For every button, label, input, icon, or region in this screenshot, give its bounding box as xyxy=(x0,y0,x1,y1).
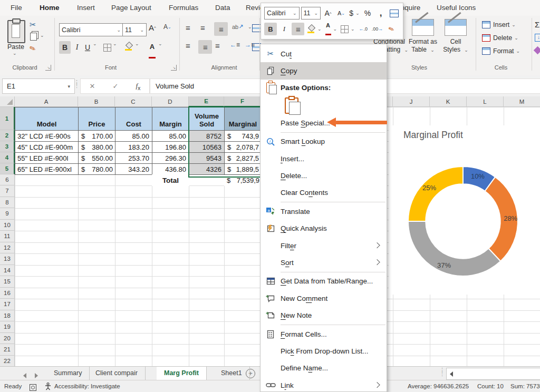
copy-dropdown-chevron[interactable]: ⌄ xyxy=(40,33,44,38)
column-header-M[interactable]: M xyxy=(504,96,540,107)
cell-margin[interactable]: 196.80 xyxy=(152,141,189,153)
column-header-F[interactable]: F xyxy=(224,96,261,107)
row-header-12[interactable]: 12 xyxy=(0,242,15,254)
sheet-nav-right-icon[interactable] xyxy=(35,371,38,380)
cell-cost[interactable]: 343.20 xyxy=(115,163,152,175)
menu-item-cut[interactable]: ✂Cut xyxy=(261,45,387,62)
accessibility-icon[interactable] xyxy=(44,383,52,392)
sheet-tab-client-compair[interactable]: Client compair xyxy=(88,367,146,380)
paste-button[interactable] xyxy=(7,20,25,43)
cell-price[interactable]: $170.00 xyxy=(78,130,115,142)
column-header-C[interactable]: C xyxy=(115,96,152,107)
align-left-button[interactable]: ≡ xyxy=(186,41,190,50)
cell-marginal[interactable]: $2,078,7 xyxy=(224,141,262,153)
table-header-cell[interactable]: Marginal xyxy=(224,107,262,131)
sheet-tab-summary[interactable]: Summary xyxy=(46,367,90,380)
menu-item-sort[interactable]: Sort xyxy=(261,254,387,271)
doughnut-slice-25%[interactable] xyxy=(408,166,463,221)
menu-item-clear-contents[interactable]: Clear Contents xyxy=(261,184,387,201)
menu-item-translate[interactable]: aTranslate xyxy=(261,203,387,220)
mini-font-size-combo[interactable]: 11⌄ xyxy=(301,7,321,19)
menu-item-filter[interactable]: Filter xyxy=(261,237,387,254)
cell-margin[interactable]: 436.80 xyxy=(152,163,189,175)
sheet-tab-marg-profit[interactable]: Marg Profit xyxy=(157,367,207,381)
column-header-L[interactable]: L xyxy=(467,96,504,107)
font-size-combo[interactable]: 11⌄ xyxy=(122,23,147,36)
tab-home[interactable]: Home xyxy=(37,0,62,17)
align-bottom-button[interactable]: ≡ xyxy=(214,22,228,36)
doughnut-slice-37%[interactable] xyxy=(408,221,500,276)
mini-decrease-font-button[interactable]: A⌄ xyxy=(335,7,347,19)
tab-page-layout[interactable]: Page Layout xyxy=(109,0,153,16)
align-right-button[interactable]: ≡ xyxy=(215,41,219,50)
fill-color-dropdown-chevron[interactable]: ⌄ xyxy=(135,41,139,46)
mini-fill-color-button[interactable]: ⌄ xyxy=(306,23,323,35)
mini-increase-font-button[interactable]: A^ xyxy=(322,7,334,19)
column-header-J[interactable]: J xyxy=(393,96,430,107)
name-box[interactable]: E1 ▾ xyxy=(2,79,75,94)
mini-font-name-combo[interactable]: Calibri⌄ xyxy=(264,7,300,19)
table-header-cell[interactable]: VolumeSold xyxy=(189,107,225,131)
mini-merge-center-icon[interactable] xyxy=(388,7,400,19)
cell-price[interactable]: $780.00 xyxy=(78,163,115,175)
cell-cost[interactable]: 253.70 xyxy=(115,152,152,164)
menu-item-delete[interactable]: Delete... xyxy=(261,167,387,184)
menu-item-quick-analysis[interactable]: Quick Analysis xyxy=(261,220,387,237)
format-as-table-button[interactable]: Format asTable ⌄ xyxy=(402,19,444,54)
scrollbar-divider[interactable]: ⋮⋮ xyxy=(439,368,445,376)
sheet-nav-left-icon[interactable] xyxy=(23,371,26,380)
table-header-cell[interactable]: Margin xyxy=(152,107,189,131)
menu-item-pick-from-drop-down-list[interactable]: Pick From Drop-down List... xyxy=(261,342,387,359)
menu-item-paste[interactable] xyxy=(261,96,387,114)
scroll-left-icon[interactable] xyxy=(450,369,453,379)
row-header-17[interactable]: 17 xyxy=(0,299,15,310)
row-header-13[interactable]: 13 xyxy=(0,253,15,265)
row-header-10[interactable]: 10 xyxy=(0,220,15,231)
delete-cells-button[interactable]: Delete⌄ xyxy=(482,34,518,42)
underline-dropdown-chevron[interactable]: ⌄ xyxy=(93,41,97,46)
mini-align-button[interactable]: ≡ xyxy=(292,23,304,35)
row-header-5[interactable]: 5 xyxy=(0,163,15,174)
font-color-dropdown-chevron[interactable]: ⌄ xyxy=(158,41,162,46)
clipboard-dialog-launcher[interactable] xyxy=(45,65,51,71)
orientation-button[interactable]: ab↗ xyxy=(232,23,243,30)
chart-panel[interactable]: Marginal Profit 10%28%37%25% xyxy=(389,125,540,295)
mini-comma-button[interactable]: , xyxy=(375,7,387,19)
tab-file[interactable]: File xyxy=(8,0,24,16)
row-header-7[interactable]: 7 xyxy=(0,185,15,197)
menu-item-copy[interactable]: Copy xyxy=(261,62,387,79)
column-header-K[interactable]: K xyxy=(430,96,467,107)
name-box-chevron[interactable]: ▾ xyxy=(68,84,70,89)
select-all-button[interactable] xyxy=(0,96,15,107)
menu-item-link[interactable]: Link xyxy=(261,377,387,392)
row-header-21[interactable]: 21 xyxy=(0,344,15,356)
row-header-3[interactable]: 3 xyxy=(0,141,15,152)
italic-button[interactable]: I xyxy=(73,41,81,54)
increase-font-button[interactable]: A^ xyxy=(149,23,156,32)
cell-margin[interactable]: 296.30 xyxy=(152,152,189,164)
cell-cost[interactable]: 183.20 xyxy=(115,141,152,153)
borders-button[interactable] xyxy=(103,44,111,54)
cell-model[interactable]: 65" LED #E-900xl xyxy=(15,163,79,175)
row-header-11[interactable]: 11 xyxy=(0,231,15,242)
underline-button[interactable]: U xyxy=(83,41,92,54)
fill-down-icon[interactable]: ↓ xyxy=(535,34,540,42)
tab-formulas[interactable]: Formulas xyxy=(167,0,200,16)
cell-model[interactable]: 55" LED #E-900l xyxy=(15,152,79,164)
font-dialog-launcher[interactable] xyxy=(171,65,177,71)
format-painter-button[interactable]: ✎ xyxy=(28,43,37,53)
cell-volume[interactable]: 8752 xyxy=(189,130,225,142)
mini-borders-button[interactable]: ⌄ xyxy=(340,23,356,35)
cut-button[interactable]: ✂ xyxy=(30,20,36,30)
row-header-16[interactable]: 16 xyxy=(0,288,15,299)
menu-item-new-comment[interactable]: New Comment xyxy=(261,290,387,307)
mini-italic-button[interactable]: I xyxy=(278,23,290,35)
cell-price[interactable]: $550.00 xyxy=(78,152,115,164)
mini-percent-button[interactable]: % xyxy=(362,7,373,19)
cell-volume[interactable]: 9543 xyxy=(189,152,225,164)
row-header-1[interactable]: 1 xyxy=(0,107,15,130)
table-header-cell[interactable]: Model xyxy=(15,107,79,131)
mini-decrease-decimal-button[interactable]: .00→ xyxy=(371,23,384,35)
autosum-icon[interactable]: Σ xyxy=(535,20,539,29)
menu-item-paste-options[interactable]: Paste Options: xyxy=(261,80,387,96)
